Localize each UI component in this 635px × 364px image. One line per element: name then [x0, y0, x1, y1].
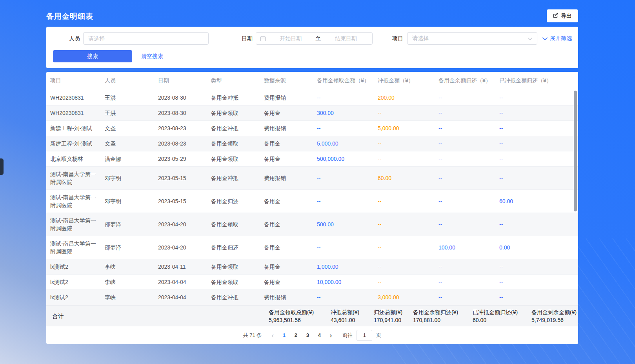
cell-offset-return: -- [495, 213, 578, 236]
cell-source: 备用金 [260, 274, 313, 289]
cell-person: 李峡 [101, 289, 154, 305]
cell-person: 王洪 [101, 105, 154, 120]
page-number-button[interactable]: 2 [291, 330, 301, 341]
cell-offset-amount: -- [374, 274, 435, 289]
page-number-button[interactable]: 1 [279, 330, 289, 341]
cell-project: 测试-南昌大学第一附属医院 [46, 189, 101, 213]
cell-offset-amount: -- [374, 189, 435, 213]
cell-person: 邵梦泽 [101, 236, 154, 259]
cell-balance-return: -- [435, 289, 495, 305]
cell-type: 备用金领取 [207, 259, 260, 274]
cell-withdraw-amount: -- [313, 189, 374, 213]
cell-offset-return: -- [495, 105, 578, 120]
cell-person: 邵梦泽 [101, 213, 154, 236]
prev-page-icon[interactable]: ‹ [268, 330, 277, 341]
cell-balance-return: -- [435, 259, 495, 274]
cell-offset-amount: 200.00 [374, 90, 435, 105]
date-filter-label: 日期 [242, 32, 253, 45]
summary-item-label: 备用金剩余金额(¥) [531, 309, 577, 316]
cell-offset-amount: 5,000.00 [374, 120, 435, 136]
cell-offset-amount: 60.00 [374, 166, 435, 189]
cell-date: 2023-08-23 [154, 136, 207, 151]
summary-item-value: 170,941.00 [374, 317, 413, 324]
cell-balance-return: -- [435, 166, 495, 189]
person-select-input[interactable] [84, 35, 208, 42]
person-select[interactable] [83, 32, 209, 45]
start-date-input[interactable] [267, 35, 314, 42]
page-number-button[interactable]: 4 [314, 330, 324, 341]
summary-item: 备用金剩余金额(¥) 5,749,019.56 [531, 309, 577, 324]
goto-page-label: 前往 [342, 332, 353, 339]
summary-items: 备用金领取总额(¥) 5,963,501.56 冲抵总额(¥) 43,601.0… [269, 306, 577, 327]
cell-type: 备用金领取 [207, 151, 260, 166]
goto-page-input[interactable] [357, 330, 372, 341]
table-row: lx测试2 李峡 2023-04-11 备用金领取 备用金 1,000.00 -… [46, 259, 578, 274]
data-table-panel: 项目 人员 日期 类型 数据来源 备用金领取金额（¥） 冲抵金额（¥） 备用金余… [46, 72, 578, 344]
page-title: 备用金明细表 [46, 11, 93, 22]
cell-type: 备用金冲抵 [207, 166, 260, 189]
pagination-bar: 共 71 条 ‹ 1 2 3 4 › 前往 页 [46, 326, 578, 344]
petty-cash-table: 项目 人员 日期 类型 数据来源 备用金领取金额（¥） 冲抵金额（¥） 备用金余… [46, 72, 578, 305]
page-number-button[interactable]: 3 [302, 330, 313, 341]
search-button[interactable]: 搜索 [53, 50, 132, 62]
cell-project: lx测试2 [46, 274, 101, 289]
summary-item-value: 5,963,501.56 [269, 317, 331, 324]
cell-person: 李峡 [101, 274, 154, 289]
summary-item: 归还总额(¥) 170,941.00 [374, 309, 413, 324]
table-row: 测试-南昌大学第一附属医院 邓宇明 2023-05-15 备用金归还 备用金 -… [46, 189, 578, 213]
expand-filters-button[interactable]: 展开筛选 [542, 32, 572, 45]
cell-type: 备用金归还 [207, 236, 260, 259]
cell-withdraw-amount: 500.00 [313, 213, 374, 236]
cell-balance-return: 100.00 [435, 236, 495, 259]
cell-date: 2023-05-15 [154, 166, 207, 189]
vertical-scrollbar-thumb[interactable] [574, 91, 577, 211]
cell-source: 费用报销 [260, 289, 313, 305]
next-page-icon[interactable]: › [326, 330, 335, 341]
column-header-offset-return: 已冲抵金额归还（¥） [495, 72, 578, 90]
column-header-person: 人员 [101, 72, 154, 90]
cell-date: 2023-05-15 [154, 189, 207, 213]
summary-item-label: 冲抵总额(¥) [331, 309, 374, 316]
cell-balance-return: -- [435, 136, 495, 151]
date-range-picker[interactable]: 至 [256, 32, 373, 45]
cell-date: 2023-05-29 [154, 151, 207, 166]
cell-date: 2023-04-20 [154, 236, 207, 259]
cell-type: 备用金领取 [207, 213, 260, 236]
cell-offset-return: -- [495, 166, 578, 189]
cell-type: 备用金领取 [207, 136, 260, 151]
end-date-input[interactable] [323, 35, 369, 42]
cell-person: 文圣 [101, 136, 154, 151]
cell-type: 备用金领取 [207, 105, 260, 120]
cell-type: 备用金冲抵 [207, 289, 260, 305]
cell-balance-return: -- [435, 213, 495, 236]
expand-filters-label: 展开筛选 [550, 35, 572, 42]
cell-offset-amount: -- [374, 105, 435, 120]
cell-person: 满金娜 [101, 151, 154, 166]
chevron-down-icon [528, 35, 532, 42]
column-header-balance-return: 备用金余额归还（¥） [435, 72, 495, 90]
cell-offset-return: 60.00 [495, 189, 578, 213]
cell-date: 2023-08-30 [154, 105, 207, 120]
table-row: WH20230831 王洪 2023-08-30 备用金领取 备用金 300.0… [46, 105, 578, 120]
summary-item: 备用金余额归还(¥) 170,881.00 [413, 309, 473, 324]
cell-source: 费用报销 [260, 166, 313, 189]
cell-balance-return: -- [435, 105, 495, 120]
cell-withdraw-amount: -- [313, 90, 374, 105]
cell-balance-return: -- [435, 120, 495, 136]
summary-item: 备用金领取总额(¥) 5,963,501.56 [269, 309, 331, 324]
cell-project: WH20230831 [46, 90, 101, 105]
cell-project: 新建工程-刘-测试 [46, 120, 101, 136]
table-row: lx测试2 李峡 2023-04-04 备用金领取 备用金 10,000.00 … [46, 274, 578, 289]
goto-page-suffix: 页 [376, 332, 381, 339]
cell-offset-return: -- [495, 136, 578, 151]
cell-date: 2023-08-23 [154, 120, 207, 136]
cell-offset-return: -- [495, 259, 578, 274]
clear-search-button[interactable]: 清空搜索 [141, 50, 163, 62]
cell-offset-return: 0.00 [495, 236, 578, 259]
export-button[interactable]: 导出 [547, 9, 578, 22]
cell-balance-return: -- [435, 189, 495, 213]
project-select[interactable]: 请选择 [407, 32, 537, 45]
column-header-withdraw-amount: 备用金领取金额（¥） [313, 72, 374, 90]
cell-offset-amount: -- [374, 213, 435, 236]
drawer-handle[interactable] [0, 158, 4, 175]
